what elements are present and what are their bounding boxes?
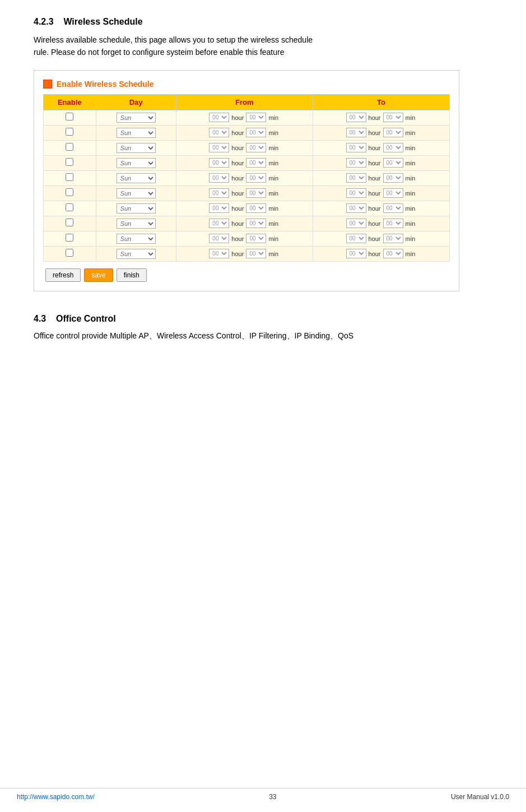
to-min-select-1[interactable]: 00 — [383, 128, 403, 137]
row-checkbox-3[interactable] — [66, 158, 73, 166]
row-checkbox-4[interactable] — [66, 173, 73, 181]
schedule-container: Enable Wireless Schedule Enable Day From… — [34, 70, 459, 291]
to-cell-2: 00 hour 00 min — [313, 140, 449, 155]
day-select-1[interactable]: SunMonTueWedThuFriSat — [117, 128, 156, 138]
to-min-label-9: min — [406, 250, 416, 257]
to-hour-select-5[interactable]: 00 — [346, 188, 366, 198]
row-checkbox-1[interactable] — [66, 128, 73, 136]
from-min-select-6[interactable]: 00 — [246, 203, 266, 213]
to-hour-select-1[interactable]: 00 — [346, 128, 366, 137]
from-min-select-3[interactable]: 00 — [246, 158, 266, 168]
day-cell-8: SunMonTueWedThuFriSat — [96, 231, 176, 246]
from-min-select-9[interactable]: 00 — [246, 249, 266, 258]
col-header-day: Day — [96, 94, 176, 110]
from-min-label-7: min — [268, 220, 278, 227]
from-hour-select-1[interactable]: 00 — [209, 128, 229, 137]
to-min-label-7: min — [406, 220, 416, 227]
section-43-description: Office control provide Multiple AP、Wirel… — [34, 330, 492, 342]
row-checkbox-2[interactable] — [66, 143, 73, 151]
row-checkbox-7[interactable] — [66, 219, 73, 226]
to-min-select-0[interactable]: 00 — [383, 113, 403, 122]
from-min-label-5: min — [268, 190, 278, 197]
day-select-3[interactable]: SunMonTueWedThuFriSat — [117, 158, 156, 168]
day-select-6[interactable]: SunMonTueWedThuFriSat — [117, 203, 156, 214]
from-min-select-1[interactable]: 00 — [246, 128, 266, 137]
from-hour-select-0[interactable]: 00 — [209, 113, 229, 122]
from-cell-4: 00 hour 00 min — [176, 170, 313, 185]
row-checkbox-6[interactable] — [66, 203, 73, 211]
from-hour-select-8[interactable]: 00 — [209, 234, 229, 243]
to-min-select-8[interactable]: 00 — [383, 234, 403, 243]
to-hour-select-6[interactable]: 00 — [346, 203, 366, 213]
to-hour-select-2[interactable]: 00 — [346, 143, 366, 152]
section-description: Wireless available schedule, this page a… — [34, 34, 492, 59]
to-hour-select-9[interactable]: 00 — [346, 249, 366, 258]
from-hour-label-1: hour — [231, 129, 244, 136]
from-hour-label-4: hour — [231, 175, 244, 182]
footer-version: User Manual v1.0.0 — [451, 793, 509, 801]
from-min-select-2[interactable]: 00 — [246, 143, 266, 152]
day-cell-7: SunMonTueWedThuFriSat — [96, 216, 176, 231]
day-cell-1: SunMonTueWedThuFriSat — [96, 125, 176, 140]
to-hour-select-0[interactable]: 00 — [346, 113, 366, 122]
to-min-select-2[interactable]: 00 — [383, 143, 403, 152]
from-min-label-0: min — [268, 114, 278, 121]
day-select-8[interactable]: SunMonTueWedThuFriSat — [117, 234, 156, 244]
to-hour-select-8[interactable]: 00 — [346, 234, 366, 243]
day-select-4[interactable]: SunMonTueWedThuFriSat — [117, 173, 156, 183]
to-min-select-5[interactable]: 00 — [383, 188, 403, 198]
from-hour-label-9: hour — [231, 250, 244, 257]
from-min-select-7[interactable]: 00 — [246, 219, 266, 228]
day-select-9[interactable]: SunMonTueWedThuFriSat — [117, 249, 156, 259]
to-min-select-3[interactable]: 00 — [383, 158, 403, 168]
from-hour-select-5[interactable]: 00 — [209, 188, 229, 198]
from-hour-select-4[interactable]: 00 — [209, 173, 229, 183]
footer-url[interactable]: http://www.sapido.com.tw/ — [17, 793, 95, 801]
enable-cell-2 — [44, 140, 96, 155]
from-min-label-8: min — [268, 235, 278, 242]
row-checkbox-5[interactable] — [66, 188, 73, 196]
refresh-button[interactable]: refresh — [45, 268, 81, 282]
enable-wireless-schedule-checkbox[interactable] — [43, 80, 52, 89]
from-cell-3: 00 hour 00 min — [176, 155, 313, 170]
from-hour-select-7[interactable]: 00 — [209, 219, 229, 228]
to-cell-4: 00 hour 00 min — [313, 170, 449, 185]
from-min-select-8[interactable]: 00 — [246, 234, 266, 243]
enable-cell-7 — [44, 216, 96, 231]
to-hour-label-5: hour — [369, 190, 381, 197]
to-min-select-4[interactable]: 00 — [383, 173, 403, 183]
enable-cell-9 — [44, 246, 96, 261]
to-hour-select-7[interactable]: 00 — [346, 219, 366, 228]
from-hour-label-2: hour — [231, 145, 244, 151]
from-min-select-5[interactable]: 00 — [246, 188, 266, 198]
to-cell-0: 00 hour 00 min — [313, 110, 449, 125]
from-hour-select-3[interactable]: 00 — [209, 158, 229, 168]
finish-button[interactable]: finish — [117, 268, 147, 282]
row-checkbox-8[interactable] — [66, 234, 73, 242]
from-min-select-0[interactable]: 00 — [246, 113, 266, 122]
enable-cell-3 — [44, 155, 96, 170]
from-hour-label-5: hour — [231, 190, 244, 197]
to-hour-select-4[interactable]: 00 — [346, 173, 366, 183]
from-min-select-4[interactable]: 00 — [246, 173, 266, 183]
to-min-select-6[interactable]: 00 — [383, 203, 403, 213]
from-hour-label-3: hour — [231, 160, 244, 166]
day-select-2[interactable]: SunMonTueWedThuFriSat — [117, 143, 156, 153]
to-min-select-9[interactable]: 00 — [383, 249, 403, 258]
save-button[interactable]: save — [84, 268, 113, 282]
to-hour-label-1: hour — [369, 129, 381, 136]
from-hour-select-9[interactable]: 00 — [209, 249, 229, 258]
to-min-label-5: min — [406, 190, 416, 197]
row-checkbox-9[interactable] — [66, 249, 73, 257]
day-select-0[interactable]: SunMonTueWedThuFriSat — [117, 113, 156, 123]
to-min-select-7[interactable]: 00 — [383, 219, 403, 228]
day-select-5[interactable]: SunMonTueWedThuFriSat — [117, 188, 156, 198]
to-hour-select-3[interactable]: 00 — [346, 158, 366, 168]
from-hour-select-6[interactable]: 00 — [209, 203, 229, 213]
day-select-7[interactable]: SunMonTueWedThuFriSat — [117, 219, 156, 229]
row-checkbox-0[interactable] — [66, 113, 73, 120]
from-min-label-6: min — [268, 205, 278, 212]
from-hour-select-2[interactable]: 00 — [209, 143, 229, 152]
day-cell-0: SunMonTueWedThuFriSat — [96, 110, 176, 125]
schedule-table: Enable Day From To SunMonTueWedThuFriSat… — [43, 94, 450, 262]
